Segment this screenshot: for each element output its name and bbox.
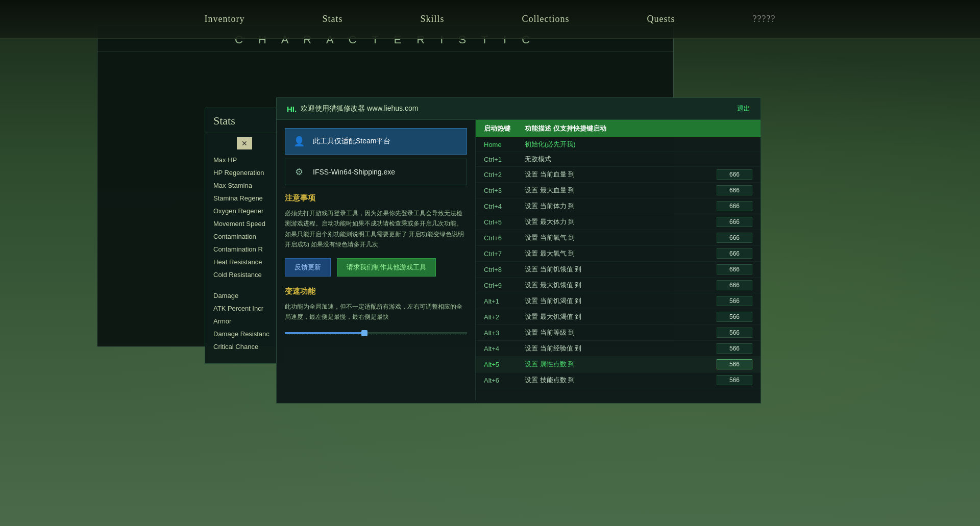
hotkey-input-11[interactable] — [717, 312, 752, 322]
hotkey-key-6: Ctrl+6 — [484, 234, 525, 242]
stats-item-13[interactable]: Damage Resistanc — [205, 328, 283, 340]
hotkey-desc-2: 设置 当前血量 到 — [525, 170, 717, 179]
hotkey-key-0: Home — [484, 141, 525, 148]
hotkey-desc-12: 设置 当前等级 到 — [525, 328, 717, 337]
hotkey-row-6: Ctrl+6设置 当前氧气 到 — [476, 230, 761, 246]
stats-item-3[interactable]: Stamina Regene — [205, 192, 283, 205]
hotkey-key-8: Ctrl+8 — [484, 266, 525, 273]
hotkey-row-3: Ctrl+3设置 最大血量 到 — [476, 183, 761, 198]
hotkey-input-13[interactable] — [717, 343, 752, 354]
stats-item-6[interactable]: Contamination — [205, 230, 283, 243]
hotkey-input-4[interactable] — [717, 201, 752, 211]
request-button[interactable]: 请求我们制作其他游戏工具 — [337, 258, 436, 277]
nav-skills[interactable]: Skills — [412, 10, 453, 29]
hotkey-desc-8: 设置 当前饥饿值 到 — [525, 265, 717, 274]
top-navigation: Inventory Stats Skills Collections Quest… — [0, 0, 980, 39]
stats-item-12[interactable]: Armor — [205, 315, 283, 328]
notice-title: 注意事项 — [285, 193, 467, 203]
stats-item-1[interactable]: HP Regeneration — [205, 166, 283, 179]
hotkey-desc-6: 设置 当前氧气 到 — [525, 233, 717, 242]
user-icon: 👤 — [291, 134, 307, 149]
hotkey-row-4: Ctrl+4设置 当前体力 到 — [476, 198, 761, 214]
hotkey-desc-7: 设置 最大氧气 到 — [525, 249, 717, 258]
hotkey-key-14: Alt+5 — [484, 361, 525, 368]
hi-text: HI. — [287, 105, 297, 113]
nav-stats[interactable]: Stats — [314, 10, 351, 29]
hotkey-row-11: Alt+2设置 最大饥渴值 到 — [476, 309, 761, 325]
hotkey-header-value — [712, 124, 752, 133]
hotkey-key-4: Ctrl+4 — [484, 203, 525, 210]
hotkey-key-11: Alt+2 — [484, 313, 525, 321]
stats-item-9[interactable]: Cold Resistance — [205, 268, 283, 281]
hotkey-input-12[interactable] — [717, 328, 752, 338]
notice-text: 必须先打开游戏再登录工具，因为如果你先登录工具会导致无法检测游戏进程。启动功能时… — [285, 208, 467, 250]
hotkey-key-15: Alt+6 — [484, 377, 525, 384]
hotkey-key-1: Ctrl+1 — [484, 156, 525, 163]
hotkey-input-10[interactable] — [717, 296, 752, 306]
hotkey-key-3: Ctrl+3 — [484, 187, 525, 194]
hotkey-row-5: Ctrl+5设置 最大体力 到 — [476, 214, 761, 230]
stats-item-7[interactable]: Contamination R — [205, 243, 283, 256]
cheat-content: 👤 此工具仅适配Steam平台 ⚙ IFSS-Win64-Shipping.ex… — [277, 120, 761, 400]
cheat-left-panel: 👤 此工具仅适配Steam平台 ⚙ IFSS-Win64-Shipping.ex… — [277, 120, 476, 400]
stats-item-0[interactable]: Max HP — [205, 154, 283, 166]
hotkey-header-key: 启动热键 — [484, 124, 525, 133]
welcome-text: 欢迎使用猎狐修改器 www.liehus.com — [301, 104, 418, 113]
hotkey-desc-3: 设置 最大血量 到 — [525, 186, 717, 195]
stats-item-8[interactable]: Heat Resistance — [205, 256, 283, 268]
hotkey-row-8: Ctrl+8设置 当前饥饿值 到 — [476, 262, 761, 278]
nav-quests[interactable]: Quests — [639, 10, 683, 29]
hotkey-desc-14: 设置 属性点数 到 — [525, 360, 717, 369]
hotkey-desc-10: 设置 当前饥渴值 到 — [525, 296, 717, 306]
stats-close-button[interactable]: ✕ — [237, 137, 252, 149]
cheat-overlay: HI. 欢迎使用猎狐修改器 www.liehus.com 退出 👤 此工具仅适配… — [276, 97, 761, 404]
hotkey-row-0: Home初始化(必先开我) — [476, 137, 761, 152]
button-row: 反馈更新 请求我们制作其他游戏工具 — [285, 258, 467, 277]
stats-item-2[interactable]: Max Stamina — [205, 179, 283, 192]
feedback-button[interactable]: 反馈更新 — [285, 258, 331, 277]
stats-item-10[interactable]: Damage — [205, 289, 283, 302]
hotkey-desc-1: 无敌模式 — [525, 155, 717, 164]
tool-steam-label: 此工具仅适配Steam平台 — [313, 137, 390, 146]
hotkey-desc-5: 设置 最大体力 到 — [525, 217, 717, 227]
speed-text: 此功能为全局加速，但不一定适配所有游戏，左右可调整相应的全局速度，最左侧是最慢，… — [285, 302, 467, 322]
quit-button[interactable]: 退出 — [737, 104, 750, 113]
hotkey-input-6[interactable] — [717, 233, 752, 243]
hotkey-desc-15: 设置 技能点数 到 — [525, 375, 717, 385]
hotkey-row-10: Alt+1设置 当前饥渴值 到 — [476, 293, 761, 309]
hotkey-input-5[interactable] — [717, 217, 752, 227]
hotkey-key-5: Ctrl+5 — [484, 218, 525, 226]
tool-steam[interactable]: 👤 此工具仅适配Steam平台 — [285, 128, 467, 155]
tool-exe[interactable]: ⚙ IFSS-Win64-Shipping.exe — [285, 159, 467, 185]
stats-item-5[interactable]: Movement Speed — [205, 217, 283, 230]
hotkey-row-9: Ctrl+9设置 最大饥饿值 到 — [476, 278, 761, 293]
hotkey-row-15: Alt+6设置 技能点数 到 — [476, 372, 761, 388]
stats-item-4[interactable]: Oxygen Regener — [205, 205, 283, 217]
stats-item-11[interactable]: ATK Percent Incr — [205, 302, 283, 315]
hotkey-input-14[interactable] — [717, 359, 752, 369]
hotkey-input-7[interactable] — [717, 248, 752, 259]
hotkey-row-13: Alt+4设置 当前经验值 到 — [476, 341, 761, 357]
stats-items-list: Max HPHP RegenerationMax StaminaStamina … — [205, 154, 283, 353]
hotkey-input-9[interactable] — [717, 280, 752, 290]
hotkey-input-3[interactable] — [717, 185, 752, 195]
hotkey-input-15[interactable] — [717, 375, 752, 385]
hotkey-row-1: Ctrl+1无敌模式 — [476, 152, 761, 167]
nav-collections[interactable]: Collections — [514, 10, 578, 29]
speed-slider[interactable] — [285, 328, 467, 338]
slider-thumb[interactable] — [361, 330, 368, 336]
hotkey-key-9: Ctrl+9 — [484, 282, 525, 289]
hotkey-key-10: Alt+1 — [484, 297, 525, 305]
nav-inventory[interactable]: Inventory — [197, 10, 253, 29]
nav-unknown[interactable]: ????? — [745, 10, 784, 29]
hotkey-desc-4: 设置 当前体力 到 — [525, 202, 717, 211]
hotkey-input-8[interactable] — [717, 264, 752, 274]
stats-title: Stats — [205, 108, 283, 133]
hotkey-desc-11: 设置 最大饥渴值 到 — [525, 312, 717, 321]
hotkey-desc-9: 设置 最大饥饿值 到 — [525, 281, 717, 290]
tool-exe-label: IFSS-Win64-Shipping.exe — [313, 168, 395, 176]
slider-dots — [285, 334, 467, 335]
hotkey-input-2[interactable] — [717, 169, 752, 180]
hotkey-key-2: Ctrl+2 — [484, 171, 525, 179]
stats-item-14[interactable]: Critical Chance — [205, 340, 283, 353]
